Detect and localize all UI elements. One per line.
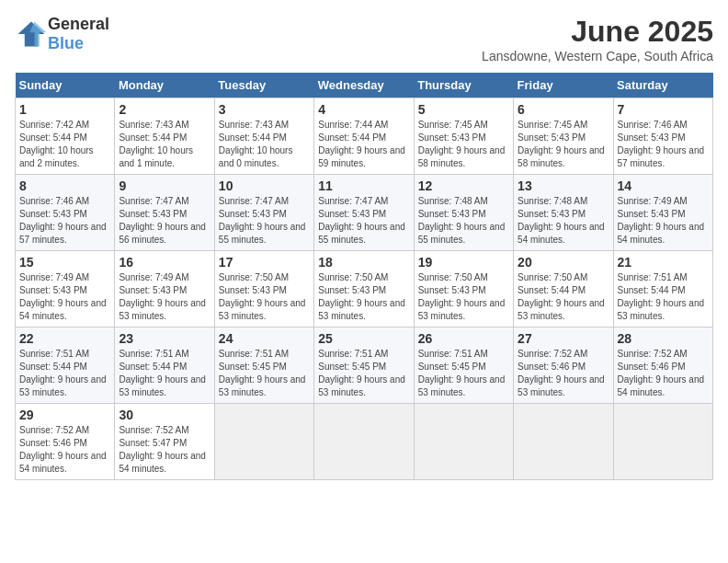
day-info: Sunrise: 7:47 AM Sunset: 5:43 PM Dayligh… <box>318 195 409 247</box>
day-number: 20 <box>518 255 609 270</box>
day-number: 2 <box>119 102 210 117</box>
day-info: Sunrise: 7:47 AM Sunset: 5:43 PM Dayligh… <box>219 195 310 247</box>
day-info: Sunrise: 7:48 AM Sunset: 5:43 PM Dayligh… <box>418 195 509 247</box>
day-info: Sunrise: 7:45 AM Sunset: 5:43 PM Dayligh… <box>518 119 609 170</box>
day-number: 3 <box>219 102 310 117</box>
day-number: 5 <box>418 102 509 117</box>
day-info: Sunrise: 7:52 AM Sunset: 5:47 PM Dayligh… <box>119 424 210 476</box>
day-number: 13 <box>518 178 609 193</box>
day-info: Sunrise: 7:50 AM Sunset: 5:43 PM Dayligh… <box>418 271 509 323</box>
day-info: Sunrise: 7:45 AM Sunset: 5:43 PM Dayligh… <box>418 119 509 170</box>
calendar-week-row: 29 Sunrise: 7:52 AM Sunset: 5:46 PM Dayl… <box>16 404 713 480</box>
weekday-header-friday: Friday <box>514 73 613 98</box>
day-number: 18 <box>318 255 409 270</box>
day-number: 11 <box>318 178 409 193</box>
calendar-day-cell: 1 Sunrise: 7:42 AM Sunset: 5:44 PM Dayli… <box>16 98 115 175</box>
day-number: 1 <box>19 102 110 117</box>
day-info: Sunrise: 7:51 AM Sunset: 5:44 PM Dayligh… <box>19 348 110 399</box>
weekday-header-wednesday: Wednesday <box>314 73 414 98</box>
weekday-header-row: SundayMondayTuesdayWednesdayThursdayFrid… <box>16 73 713 98</box>
weekday-header-tuesday: Tuesday <box>214 73 313 98</box>
day-number: 21 <box>618 255 709 270</box>
calendar-day-cell: 6 Sunrise: 7:45 AM Sunset: 5:43 PM Dayli… <box>514 98 613 175</box>
day-number: 16 <box>119 255 210 270</box>
calendar-day-cell: 20 Sunrise: 7:50 AM Sunset: 5:44 PM Dayl… <box>514 251 613 327</box>
empty-cell <box>514 404 613 480</box>
calendar-day-cell: 13 Sunrise: 7:48 AM Sunset: 5:43 PM Dayl… <box>514 175 613 251</box>
logo-blue-text: Blue <box>48 34 84 52</box>
day-info: Sunrise: 7:44 AM Sunset: 5:44 PM Dayligh… <box>318 119 409 170</box>
day-number: 6 <box>518 102 609 117</box>
day-number: 7 <box>618 102 709 117</box>
page-header: General Blue June 2025 Lansdowne, Wester… <box>15 15 713 63</box>
svg-marker-0 <box>18 22 45 47</box>
day-number: 27 <box>518 331 609 346</box>
calendar-day-cell: 10 Sunrise: 7:47 AM Sunset: 5:43 PM Dayl… <box>214 175 313 251</box>
calendar-day-cell: 8 Sunrise: 7:46 AM Sunset: 5:43 PM Dayli… <box>16 175 115 251</box>
calendar-day-cell: 27 Sunrise: 7:52 AM Sunset: 5:46 PM Dayl… <box>514 327 613 404</box>
calendar-day-cell: 19 Sunrise: 7:50 AM Sunset: 5:43 PM Dayl… <box>414 251 513 327</box>
day-number: 19 <box>418 255 509 270</box>
day-info: Sunrise: 7:49 AM Sunset: 5:43 PM Dayligh… <box>19 271 110 323</box>
calendar-day-cell: 18 Sunrise: 7:50 AM Sunset: 5:43 PM Dayl… <box>314 251 414 327</box>
subtitle: Lansdowne, Western Cape, South Africa <box>482 49 713 63</box>
calendar-day-cell: 28 Sunrise: 7:52 AM Sunset: 5:46 PM Dayl… <box>613 327 712 404</box>
day-info: Sunrise: 7:47 AM Sunset: 5:43 PM Dayligh… <box>119 195 210 247</box>
day-number: 15 <box>19 255 110 270</box>
calendar-day-cell: 9 Sunrise: 7:47 AM Sunset: 5:43 PM Dayli… <box>115 175 214 251</box>
calendar-day-cell: 29 Sunrise: 7:52 AM Sunset: 5:46 PM Dayl… <box>16 404 115 480</box>
calendar-day-cell: 7 Sunrise: 7:46 AM Sunset: 5:43 PM Dayli… <box>613 98 712 175</box>
empty-cell <box>214 404 313 480</box>
day-info: Sunrise: 7:51 AM Sunset: 5:45 PM Dayligh… <box>318 348 409 399</box>
calendar-day-cell: 25 Sunrise: 7:51 AM Sunset: 5:45 PM Dayl… <box>314 327 414 404</box>
day-info: Sunrise: 7:52 AM Sunset: 5:46 PM Dayligh… <box>518 348 609 399</box>
weekday-header-saturday: Saturday <box>613 73 712 98</box>
day-number: 25 <box>318 331 409 346</box>
day-number: 8 <box>19 178 110 193</box>
day-number: 28 <box>618 331 709 346</box>
day-number: 26 <box>418 331 509 346</box>
calendar-table: SundayMondayTuesdayWednesdayThursdayFrid… <box>15 73 713 480</box>
calendar-day-cell: 17 Sunrise: 7:50 AM Sunset: 5:43 PM Dayl… <box>214 251 313 327</box>
day-info: Sunrise: 7:43 AM Sunset: 5:44 PM Dayligh… <box>219 119 310 170</box>
day-info: Sunrise: 7:50 AM Sunset: 5:43 PM Dayligh… <box>219 271 310 323</box>
calendar-day-cell: 5 Sunrise: 7:45 AM Sunset: 5:43 PM Dayli… <box>414 98 513 175</box>
empty-cell <box>314 404 414 480</box>
day-info: Sunrise: 7:51 AM Sunset: 5:44 PM Dayligh… <box>119 348 210 399</box>
title-area: June 2025 Lansdowne, Western Cape, South… <box>482 15 713 63</box>
calendar-day-cell: 11 Sunrise: 7:47 AM Sunset: 5:43 PM Dayl… <box>314 175 414 251</box>
weekday-header-thursday: Thursday <box>414 73 513 98</box>
day-number: 12 <box>418 178 509 193</box>
day-info: Sunrise: 7:49 AM Sunset: 5:43 PM Dayligh… <box>618 195 709 247</box>
day-number: 30 <box>119 408 210 422</box>
calendar-week-row: 8 Sunrise: 7:46 AM Sunset: 5:43 PM Dayli… <box>16 175 713 251</box>
main-title: June 2025 <box>482 15 713 49</box>
day-number: 9 <box>119 178 210 193</box>
day-number: 29 <box>19 408 110 422</box>
logo-general-text: General <box>48 15 109 33</box>
day-number: 24 <box>219 331 310 346</box>
empty-cell <box>613 404 712 480</box>
day-info: Sunrise: 7:50 AM Sunset: 5:43 PM Dayligh… <box>318 271 409 323</box>
calendar-day-cell: 26 Sunrise: 7:51 AM Sunset: 5:45 PM Dayl… <box>414 327 513 404</box>
empty-cell <box>414 404 513 480</box>
day-number: 4 <box>318 102 409 117</box>
calendar-day-cell: 23 Sunrise: 7:51 AM Sunset: 5:44 PM Dayl… <box>115 327 214 404</box>
calendar-week-row: 22 Sunrise: 7:51 AM Sunset: 5:44 PM Dayl… <box>16 327 713 404</box>
weekday-header-sunday: Sunday <box>16 73 115 98</box>
day-info: Sunrise: 7:42 AM Sunset: 5:44 PM Dayligh… <box>19 119 110 170</box>
day-info: Sunrise: 7:48 AM Sunset: 5:43 PM Dayligh… <box>518 195 609 247</box>
day-info: Sunrise: 7:51 AM Sunset: 5:44 PM Dayligh… <box>618 271 709 323</box>
day-number: 22 <box>19 331 110 346</box>
calendar-day-cell: 22 Sunrise: 7:51 AM Sunset: 5:44 PM Dayl… <box>16 327 115 404</box>
calendar-day-cell: 24 Sunrise: 7:51 AM Sunset: 5:45 PM Dayl… <box>214 327 313 404</box>
day-info: Sunrise: 7:49 AM Sunset: 5:43 PM Dayligh… <box>119 271 210 323</box>
calendar-day-cell: 3 Sunrise: 7:43 AM Sunset: 5:44 PM Dayli… <box>214 98 313 175</box>
day-info: Sunrise: 7:46 AM Sunset: 5:43 PM Dayligh… <box>618 119 709 170</box>
logo-icon <box>15 17 48 51</box>
day-info: Sunrise: 7:52 AM Sunset: 5:46 PM Dayligh… <box>618 348 709 399</box>
day-info: Sunrise: 7:50 AM Sunset: 5:44 PM Dayligh… <box>518 271 609 323</box>
day-info: Sunrise: 7:51 AM Sunset: 5:45 PM Dayligh… <box>219 348 310 399</box>
day-number: 17 <box>219 255 310 270</box>
calendar-day-cell: 14 Sunrise: 7:49 AM Sunset: 5:43 PM Dayl… <box>613 175 712 251</box>
